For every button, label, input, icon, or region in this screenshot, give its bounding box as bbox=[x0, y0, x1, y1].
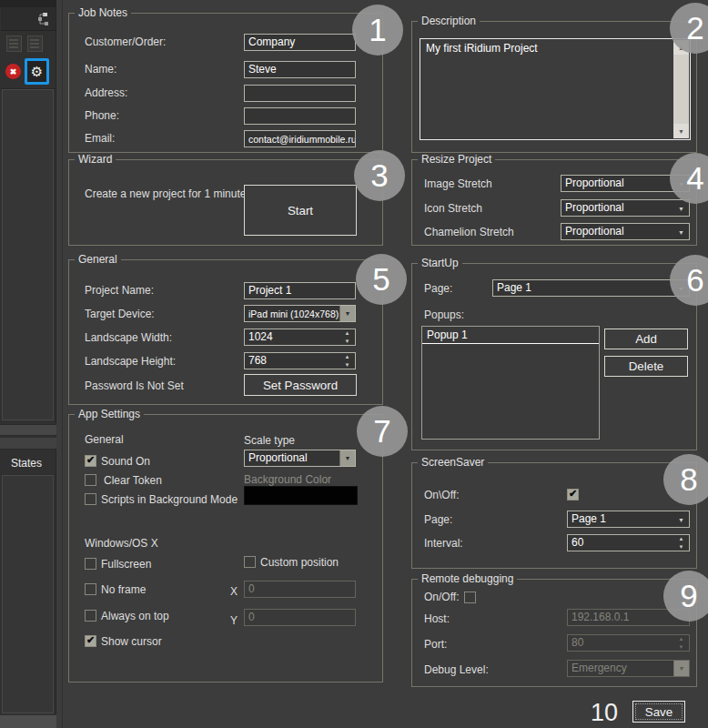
chamelion-stretch-value: Proportional bbox=[565, 225, 624, 238]
fullscreen-checkbox[interactable] bbox=[85, 558, 96, 570]
annotation-number-10: 10 bbox=[591, 699, 618, 727]
icon-stretch-value: Proportional bbox=[565, 201, 624, 214]
remote-debugging-title: Remote debugging bbox=[418, 572, 517, 585]
wizard-start-button[interactable]: Start bbox=[244, 185, 357, 236]
port-stepper[interactable]: 80 ▲▼ bbox=[567, 634, 690, 652]
port-label: Port: bbox=[424, 638, 447, 651]
port-value: 80 bbox=[571, 636, 583, 649]
host-label: Host: bbox=[424, 612, 450, 625]
icon-stretch-label: Icon Stretch bbox=[424, 202, 482, 215]
sound-on-checkbox[interactable] bbox=[85, 455, 96, 467]
wizard-title: Wizard bbox=[75, 153, 116, 166]
image-stretch-value: Proportional bbox=[565, 177, 624, 189]
export-page-icon[interactable] bbox=[27, 35, 43, 52]
startup-page-dropdown[interactable]: Page 1 ▼ bbox=[492, 279, 690, 297]
landscape-width-stepper[interactable]: 1024 ▲▼ bbox=[244, 329, 356, 346]
target-device-value: iPad mini (1024x768) bbox=[248, 308, 339, 319]
close-project-icon[interactable]: ✖ bbox=[5, 64, 21, 79]
screensaver-onoff-label: On\Off: bbox=[424, 489, 459, 501]
resize-project-group: Resize Project Image Stretch Proportiona… bbox=[411, 159, 697, 246]
document-edit-icon[interactable] bbox=[6, 35, 22, 52]
address-input[interactable] bbox=[244, 85, 356, 102]
name-label: Name: bbox=[85, 63, 116, 76]
spinner-arrows-icon[interactable]: ▲▼ bbox=[341, 329, 353, 345]
chevron-down-icon[interactable]: ▼ bbox=[339, 450, 355, 466]
scale-type-dropdown[interactable]: Proportional ▼ bbox=[244, 450, 356, 467]
landscape-height-stepper[interactable]: 768 ▲▼ bbox=[244, 352, 356, 369]
target-device-dropdown[interactable]: iPad mini (1024x768) ▼ bbox=[244, 305, 356, 322]
list-item[interactable]: Popup 1 bbox=[422, 327, 599, 344]
set-password-button[interactable]: Set Password bbox=[244, 374, 357, 396]
job-notes-group: Job Notes Customer/Order: Company Name: … bbox=[68, 13, 383, 153]
debug-onoff-label: On/Off: bbox=[424, 591, 459, 603]
description-group: Description My first iRidium Project ▲ ▼ bbox=[411, 21, 697, 153]
scale-type-label: Scale type bbox=[244, 434, 295, 447]
screensaver-page-value: Page 1 bbox=[571, 512, 606, 525]
sidebar-divider-2[interactable] bbox=[0, 438, 56, 450]
scale-type-value: Proportional bbox=[248, 451, 308, 464]
save-button[interactable]: Save bbox=[632, 701, 685, 723]
tree-structure-icon[interactable] bbox=[37, 12, 50, 26]
fullscreen-label: Fullscreen bbox=[101, 558, 151, 571]
background-color-swatch[interactable] bbox=[244, 486, 358, 505]
project-name-input[interactable]: Project 1 bbox=[244, 282, 356, 299]
general-title: General bbox=[75, 253, 121, 266]
y-coordinate-input[interactable]: 0 bbox=[244, 609, 356, 626]
email-label: Email: bbox=[85, 132, 115, 145]
states-panel-header[interactable]: States bbox=[0, 452, 56, 474]
wizard-caption: Create a new project for 1 minute bbox=[85, 187, 246, 200]
description-title: Description bbox=[418, 15, 480, 27]
chevron-down-icon[interactable]: ▼ bbox=[339, 306, 355, 321]
icon-stretch-dropdown[interactable]: Proportional ▼ bbox=[561, 199, 690, 217]
chevron-down-icon: ▼ bbox=[678, 228, 684, 235]
custom-position-checkbox[interactable] bbox=[244, 556, 256, 568]
project-settings-gear-icon[interactable]: ⚙ bbox=[25, 58, 49, 85]
password-status-label: Password Is Not Set bbox=[85, 379, 184, 392]
app-general-sublabel: General bbox=[85, 433, 124, 446]
scroll-down-icon[interactable]: ▼ bbox=[673, 124, 689, 138]
app-settings-group: App Settings General Sound On Clear Toke… bbox=[68, 414, 383, 682]
custom-position-label: Custom position bbox=[260, 556, 339, 569]
customer-order-input[interactable]: Company bbox=[244, 34, 356, 51]
interval-value: 60 bbox=[571, 536, 583, 549]
screensaver-page-dropdown[interactable]: Page 1 ▼ bbox=[567, 511, 690, 528]
name-input[interactable]: Steve bbox=[244, 61, 356, 78]
remote-debugging-group: Remote debugging On/Off: Host: 192.168.0… bbox=[411, 579, 697, 687]
debug-onoff-checkbox[interactable] bbox=[464, 592, 476, 603]
no-frame-label: No frame bbox=[101, 583, 146, 596]
screensaver-page-label: Page: bbox=[424, 513, 452, 526]
landscape-width-value: 1024 bbox=[248, 330, 273, 343]
spinner-arrows-icon[interactable]: ▲▼ bbox=[341, 353, 353, 369]
scripts-background-label: Scripts in Background Mode bbox=[101, 493, 238, 506]
sound-on-label: Sound On bbox=[101, 455, 150, 468]
screensaver-onoff-checkbox[interactable] bbox=[567, 489, 579, 500]
popup-add-button[interactable]: Add bbox=[604, 329, 688, 349]
popups-listbox[interactable]: Popup 1 bbox=[421, 326, 600, 440]
sidebar-divider-1[interactable] bbox=[0, 424, 56, 436]
interval-stepper[interactable]: 60 ▲▼ bbox=[567, 534, 690, 551]
chevron-down-icon: ▼ bbox=[678, 516, 684, 522]
description-scrollbar[interactable]: ▲ ▼ bbox=[673, 40, 689, 138]
landscape-height-label: Landscape Height: bbox=[85, 355, 176, 368]
screensaver-title: ScreenSaver bbox=[418, 456, 488, 469]
sidebar-header-bar bbox=[1, 7, 56, 31]
description-textarea[interactable]: My first iRidium Project ▲ ▼ bbox=[420, 38, 691, 140]
annotation-circle-8: 8 bbox=[663, 454, 708, 505]
popup-delete-button[interactable]: Delete bbox=[604, 356, 688, 377]
debug-level-dropdown[interactable]: Emergency ▼ bbox=[567, 660, 690, 677]
popups-label: Popups: bbox=[424, 308, 464, 321]
clear-token-checkbox[interactable] bbox=[85, 474, 96, 486]
spinner-arrows-icon[interactable]: ▲▼ bbox=[675, 535, 687, 551]
phone-input[interactable] bbox=[244, 107, 356, 125]
no-frame-checkbox[interactable] bbox=[85, 583, 96, 595]
always-on-top-checkbox[interactable] bbox=[85, 610, 96, 622]
job-notes-title: Job Notes bbox=[75, 6, 131, 19]
email-input[interactable]: contact@iridiummobile.ru bbox=[244, 130, 356, 147]
address-label: Address: bbox=[85, 86, 127, 99]
scripts-background-checkbox[interactable] bbox=[85, 493, 96, 505]
chamelion-stretch-dropdown[interactable]: Proportional ▼ bbox=[561, 223, 690, 240]
sidebar-top-strip bbox=[0, 0, 56, 7]
iridium-project-properties-window: { "sidebar": { "states_label": "States",… bbox=[0, 0, 708, 728]
x-coordinate-input[interactable]: 0 bbox=[244, 581, 356, 598]
show-cursor-checkbox[interactable] bbox=[85, 635, 96, 647]
